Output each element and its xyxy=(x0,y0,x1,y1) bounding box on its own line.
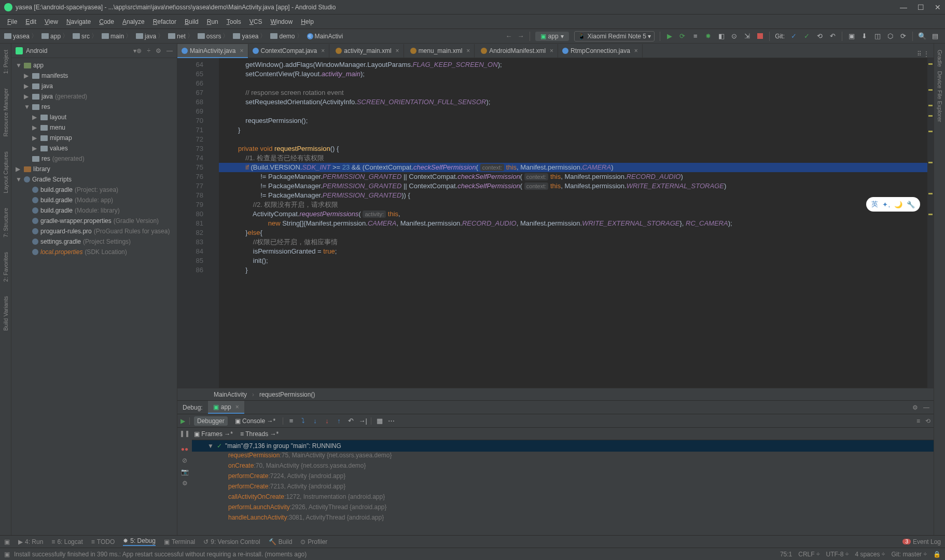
tree-item[interactable]: ▼res xyxy=(11,102,177,112)
bottom-tool-terminal[interactable]: ▣Terminal xyxy=(164,537,195,546)
status-tools-icon[interactable]: ▣ xyxy=(4,551,10,558)
menu-tools[interactable]: Tools xyxy=(224,17,244,27)
stop-button[interactable] xyxy=(756,32,764,40)
debug-button[interactable]: ✸ xyxy=(704,32,712,40)
tree-item[interactable]: build.gradle (Module: app) xyxy=(11,195,177,205)
crumb-class[interactable]: MainActivity xyxy=(214,391,247,398)
stack-frame[interactable]: callActivityOnCreate:1272, Instrumentati… xyxy=(192,493,934,503)
tool-2-favorites[interactable]: 2: Favorites xyxy=(3,252,9,282)
tool-layout-captures[interactable]: Layout Captures xyxy=(3,151,9,193)
target-icon[interactable]: ⊕ xyxy=(136,47,142,54)
caret-position[interactable]: 75:1 xyxy=(780,551,792,558)
sync-icon[interactable]: ⟳ xyxy=(899,32,907,40)
git-history-icon[interactable]: ⟲ xyxy=(816,32,824,40)
menu-refactor[interactable]: Refactor xyxy=(150,17,179,27)
tree-item[interactable]: ▶manifests xyxy=(11,71,177,81)
show-tools-icon[interactable]: ▣ xyxy=(4,538,10,545)
sdk-icon[interactable]: ⬇ xyxy=(860,32,868,40)
collapse-icon[interactable]: ÷ xyxy=(147,47,150,54)
error-stripe[interactable] xyxy=(927,58,934,388)
force-step-into-icon[interactable]: ↓ xyxy=(323,417,331,425)
code-editor[interactable]: 6465666768697071727374757677787980818283… xyxy=(177,58,934,388)
menu-analyze[interactable]: Analyze xyxy=(119,17,148,27)
layout-icon[interactable]: ≡ xyxy=(916,417,920,425)
apply-code-icon[interactable]: ≡ xyxy=(691,32,699,40)
project-scope[interactable]: Android xyxy=(26,47,133,54)
minimize-button[interactable]: — xyxy=(900,3,907,11)
tree-item[interactable]: ▶layout xyxy=(11,112,177,122)
run-button[interactable]: ▶ xyxy=(665,32,673,40)
drop-frame-icon[interactable]: ↶ xyxy=(347,417,355,425)
stack-frame[interactable]: handleLaunchActivity:3081, ActivityThrea… xyxy=(192,514,934,524)
tool-1-project[interactable]: 1: Project xyxy=(3,50,9,74)
apply-changes-icon[interactable]: ⟳ xyxy=(678,32,686,40)
step-out-icon[interactable]: ↑ xyxy=(335,417,343,425)
tree-item[interactable]: settings.gradle (Project Settings) xyxy=(11,236,177,247)
dropdown-tabs-icon[interactable]: ⠿ ⋮ xyxy=(917,50,929,58)
breadcrumb[interactable]: src〉 xyxy=(71,32,100,40)
device-selector[interactable]: 📱Xiaomi Redmi Note 5 ▾ xyxy=(574,31,655,41)
menu-window[interactable]: Window xyxy=(267,17,296,27)
lock-icon[interactable]: 🔒 xyxy=(933,551,941,558)
menu-run[interactable]: Run xyxy=(204,17,221,27)
step-headers-icon[interactable]: ≡ xyxy=(287,417,295,425)
debug-tab-app[interactable]: ▣app× xyxy=(208,401,244,414)
search-icon[interactable]: 🔍 xyxy=(918,32,926,40)
settings-icon[interactable]: ▤ xyxy=(931,32,939,40)
more-icon[interactable]: ⋯ xyxy=(387,417,395,425)
hide-icon[interactable]: — xyxy=(166,47,173,54)
menu-edit[interactable]: Edit xyxy=(22,17,39,27)
tool-build-variants[interactable]: Build Variants xyxy=(3,296,9,331)
editor-tab[interactable]: RtmpConnection.java× xyxy=(558,44,643,58)
tool-resource-manager[interactable]: Resource Manager xyxy=(3,88,9,137)
resource-icon[interactable]: ⬡ xyxy=(886,32,894,40)
tool-7-structure[interactable]: 7: Structure xyxy=(3,208,9,237)
breadcrumb[interactable]: ossrs〉 xyxy=(196,32,231,40)
menu-help[interactable]: Help xyxy=(298,17,317,27)
tree-item[interactable]: ▶mipmap xyxy=(11,133,177,143)
nav-back-icon[interactable]: ← xyxy=(506,32,512,40)
git-revert-icon[interactable]: ↶ xyxy=(829,32,837,40)
tree-item[interactable]: ▶java xyxy=(11,81,177,91)
step-into-icon[interactable]: ↓ xyxy=(311,417,319,425)
tool-gradle[interactable]: Gradle xyxy=(937,50,943,67)
git-branch[interactable]: Git: master ÷ xyxy=(891,551,927,558)
breadcrumb[interactable]: java〉 xyxy=(134,32,166,40)
event-log-button[interactable]: Event Log xyxy=(913,538,941,545)
bottom-tool-9-version-control[interactable]: ↺9: Version Control xyxy=(203,537,260,546)
line-ending[interactable]: CRLF ÷ xyxy=(798,551,819,558)
git-commit-icon[interactable]: ✓ xyxy=(803,32,811,40)
tool-device-file-explorer[interactable]: Device File Explorer xyxy=(937,71,943,122)
tree-item[interactable]: ▶values xyxy=(11,143,177,153)
tree-item[interactable]: gradle-wrapper.properties (Gradle Versio… xyxy=(11,216,177,226)
editor-tab[interactable]: AndroidManifest.xml× xyxy=(475,44,558,58)
breadcrumb[interactable]: yasea〉 xyxy=(231,32,268,40)
profile-icon[interactable]: ⊙ xyxy=(730,32,738,40)
breadcrumb[interactable]: app〉 xyxy=(39,32,71,40)
mute-bp-icon[interactable]: ⊘ xyxy=(182,457,187,464)
run-to-cursor-icon[interactable]: →| xyxy=(359,417,367,425)
evaluate-icon[interactable]: ▦ xyxy=(376,417,383,425)
tree-item[interactable]: ▼app xyxy=(11,60,177,71)
ime-widget[interactable]: 英✦,🌙🔧 xyxy=(866,197,920,212)
tree-item[interactable]: ▶java (generated) xyxy=(11,91,177,102)
editor-tab[interactable]: MainActivity.java× xyxy=(177,44,248,58)
maximize-button[interactable]: ☐ xyxy=(918,3,924,11)
git-update-icon[interactable]: ✓ xyxy=(790,32,798,40)
close-button[interactable]: ✕ xyxy=(935,3,941,11)
run-config-selector[interactable]: ▣app▾ xyxy=(535,32,569,41)
resume-button[interactable]: ▶ xyxy=(180,417,185,425)
tree-item[interactable]: ▶library xyxy=(11,164,177,174)
restore-icon[interactable]: ⟲ xyxy=(925,417,930,425)
console-subtab[interactable]: ▣ Console →* xyxy=(232,416,279,426)
tree-item[interactable]: ▼Gradle Scripts xyxy=(11,174,177,185)
project-tree[interactable]: ▼app▶manifests▶java▶java (generated)▼res… xyxy=(11,58,177,535)
stack-frame[interactable]: performLaunchActivity:2926, ActivityThre… xyxy=(192,503,934,514)
avd-icon[interactable]: ▣ xyxy=(847,32,855,40)
editor-tab[interactable]: ContextCompat.java× xyxy=(248,44,330,58)
menu-navigate[interactable]: Navigate xyxy=(63,17,94,27)
debug-gear-icon[interactable]: ⚙ xyxy=(912,404,918,411)
bottom-tool-build[interactable]: 🔨Build xyxy=(269,537,293,546)
crumb-method[interactable]: requestPermission() xyxy=(259,391,315,398)
bottom-tool-profiler[interactable]: ⊙Profiler xyxy=(300,537,327,546)
